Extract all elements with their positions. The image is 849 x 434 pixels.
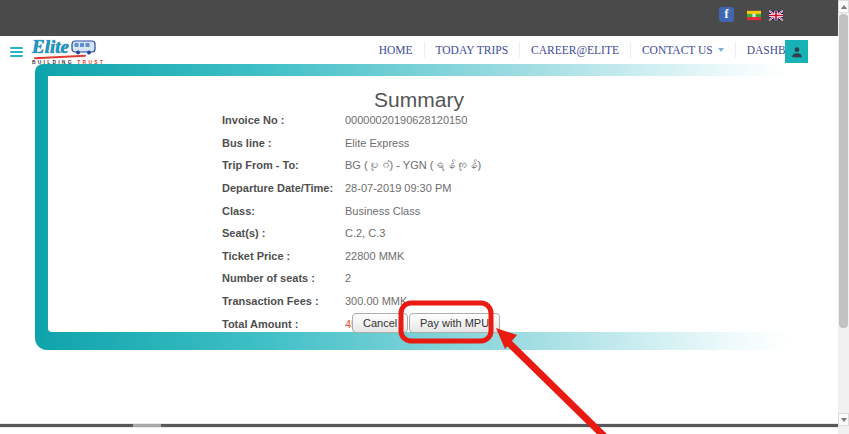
vertical-scrollbar[interactable] xyxy=(838,0,849,434)
row-value: BG (ပုဂံ) - YGN (ရန်ကုန်) xyxy=(345,159,481,171)
row-value: Business Class xyxy=(345,205,420,217)
row-label: Seat(s) : xyxy=(222,227,345,239)
arrow-down-icon xyxy=(841,418,847,422)
row-label: Ticket Price : xyxy=(222,250,345,262)
facebook-icon[interactable]: f xyxy=(719,7,734,22)
vertical-scrollbar-thumb[interactable] xyxy=(839,14,848,328)
summary-row: Number of seats :2 xyxy=(48,267,790,290)
horizontal-scrollbar-thumb[interactable] xyxy=(133,424,161,427)
brand-logo[interactable]: Elite BUILDING TRUST xyxy=(32,37,118,65)
row-label: Trip From - To: xyxy=(222,159,345,171)
summary-row: Seat(s) :C.2, C.3 xyxy=(48,222,790,245)
summary-card: Summary Invoice No :00000020190628120150… xyxy=(35,64,790,350)
person-icon xyxy=(790,45,804,59)
summary-row: Class:Business Class xyxy=(48,199,790,222)
row-label: Number of seats : xyxy=(222,272,345,284)
top-social-bar: f xyxy=(0,0,838,36)
summary-card-body: Summary Invoice No :00000020190628120150… xyxy=(48,76,790,332)
row-label: Departure Date/Time: xyxy=(222,182,345,194)
summary-row: Bus line :Elite Express xyxy=(48,132,790,155)
summary-row: Transaction Fees :300.00 MMK xyxy=(48,290,790,313)
main-navbar: Elite BUILDING TRUST HOMETODAY TRIPSCARE… xyxy=(0,36,838,64)
pay-with-mpu-button[interactable]: Pay with MPU xyxy=(409,313,500,333)
nav-item-career-elite[interactable]: CAREER@ELITE xyxy=(520,42,631,58)
row-value: 00000020190628120150 xyxy=(345,114,467,126)
nav-item-label: CONTACT US xyxy=(642,44,713,56)
uk-flag-icon[interactable] xyxy=(769,10,783,21)
myanmar-flag-icon[interactable] xyxy=(747,10,761,21)
user-account-button[interactable] xyxy=(785,40,808,63)
main-nav: HOMETODAY TRIPSCAREER@ELITECONTACT USDAS… xyxy=(368,36,794,64)
row-value: 22800 MMK xyxy=(345,250,404,262)
summary-row: Trip From - To:BG (ပုဂံ) - YGN (ရန်ကုန်) xyxy=(48,154,790,177)
horizontal-scrollbar-track xyxy=(0,424,838,427)
summary-row: Departure Date/Time:28-07-2019 09:30 PM xyxy=(48,177,790,200)
row-label: Total Amount : xyxy=(222,318,345,330)
arrow-up-icon xyxy=(841,5,847,9)
row-value: C.2, C.3 xyxy=(345,227,385,239)
nav-item-contact-us[interactable]: CONTACT US xyxy=(631,42,736,58)
row-label: Class: xyxy=(222,205,345,217)
row-value: 28-07-2019 09:30 PM xyxy=(345,182,451,194)
summary-row: Ticket Price :22800 MMK xyxy=(48,245,790,268)
menu-icon[interactable] xyxy=(10,47,23,57)
nav-item-home[interactable]: HOME xyxy=(368,42,425,58)
nav-item-today-trips[interactable]: TODAY TRIPS xyxy=(425,42,521,58)
row-label: Transaction Fees : xyxy=(222,295,345,307)
nav-item-label: HOME xyxy=(379,44,413,56)
row-label: Invoice No : xyxy=(222,114,345,126)
row-value: Elite Express xyxy=(345,137,409,149)
row-value: 300.00 MMK xyxy=(345,295,407,307)
browser-viewport: f Elite xyxy=(0,0,849,434)
bus-icon xyxy=(71,38,97,56)
row-label: Bus line : xyxy=(222,137,345,149)
nav-item-label: TODAY TRIPS xyxy=(436,44,509,56)
summary-row: Invoice No :00000020190628120150 xyxy=(48,109,790,132)
row-value: 2 xyxy=(345,272,351,284)
horizontal-scrollbar[interactable] xyxy=(0,423,838,428)
scroll-down-button[interactable] xyxy=(838,413,849,426)
nav-item-label: CAREER@ELITE xyxy=(531,44,619,56)
brand-name: Elite xyxy=(32,37,69,56)
scroll-up-button[interactable] xyxy=(838,0,849,13)
chevron-down-icon xyxy=(718,48,724,52)
summary-rows: Invoice No :00000020190628120150Bus line… xyxy=(48,109,790,335)
cancel-button[interactable]: Cancel xyxy=(352,313,408,333)
